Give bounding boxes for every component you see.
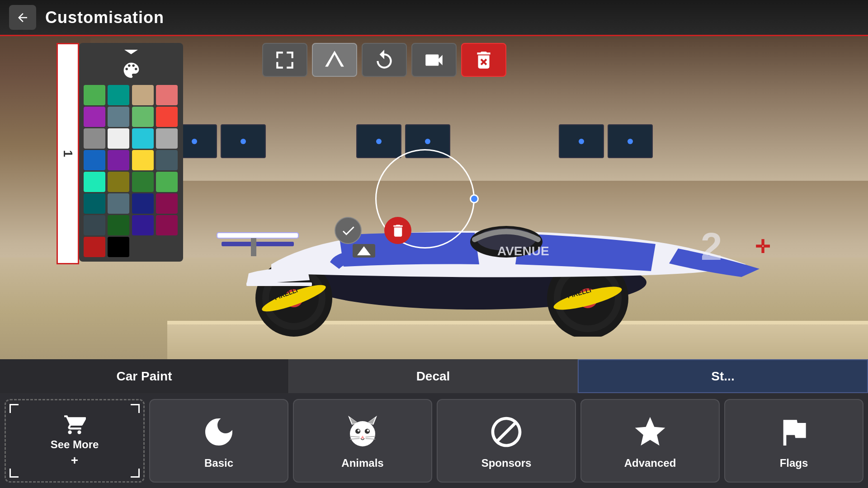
page-title: Customisation bbox=[45, 8, 164, 27]
palette-icon bbox=[84, 60, 179, 80]
svg-point-22 bbox=[350, 421, 375, 446]
triangles-button[interactable] bbox=[312, 43, 357, 77]
color-cell-22[interactable] bbox=[132, 193, 154, 214]
sponsors-label: Sponsors bbox=[481, 457, 532, 469]
color-cell-15[interactable] bbox=[156, 150, 178, 170]
svg-text:✛: ✛ bbox=[755, 237, 770, 257]
color-cell-25[interactable] bbox=[108, 215, 129, 235]
svg-rect-18 bbox=[246, 282, 312, 286]
color-cell-1[interactable] bbox=[108, 85, 129, 105]
move-up-button[interactable] bbox=[353, 244, 375, 258]
flag-icon bbox=[774, 412, 814, 452]
color-cell-9[interactable] bbox=[108, 128, 129, 149]
category-animals[interactable]: Animals bbox=[293, 399, 432, 483]
color-cell-12[interactable] bbox=[84, 150, 105, 170]
category-flags[interactable]: Flags bbox=[724, 399, 863, 483]
corner-tr bbox=[131, 404, 140, 413]
current-color-bar: 1 bbox=[57, 43, 79, 264]
color-cell-20[interactable] bbox=[84, 193, 105, 214]
corner-tl bbox=[9, 404, 19, 413]
category-see-more[interactable]: See More + bbox=[5, 399, 145, 483]
color-cell-14[interactable] bbox=[132, 150, 154, 170]
color-cell-7[interactable] bbox=[156, 107, 178, 127]
color-cell-6[interactable] bbox=[132, 107, 154, 127]
see-more-label: See More bbox=[51, 438, 99, 451]
color-cell-5[interactable] bbox=[108, 107, 129, 127]
color-cell-26[interactable] bbox=[132, 215, 154, 235]
color-cell-13[interactable] bbox=[108, 150, 129, 170]
color-cell-24[interactable] bbox=[84, 215, 105, 235]
flags-label: Flags bbox=[780, 457, 808, 469]
f1-car-svg: PIRELLI PIRELLI 2 ✛ bbox=[181, 165, 814, 337]
color-cell-16[interactable] bbox=[84, 172, 105, 192]
cart-icon bbox=[63, 413, 86, 436]
color-cell-11[interactable] bbox=[156, 128, 178, 149]
back-button[interactable] bbox=[9, 5, 36, 30]
category-sponsors[interactable]: Sponsors bbox=[437, 399, 576, 483]
color-cell-19[interactable] bbox=[156, 172, 178, 192]
color-cell-10[interactable] bbox=[132, 128, 154, 149]
category-basic[interactable]: Basic bbox=[149, 399, 288, 483]
toolbar bbox=[262, 43, 506, 77]
layer-number: 1 bbox=[61, 150, 75, 157]
palette-dropdown[interactable] bbox=[84, 47, 179, 56]
svg-rect-1 bbox=[217, 233, 298, 238]
camera-button[interactable] bbox=[411, 43, 457, 77]
color-cell-21[interactable] bbox=[108, 193, 129, 214]
color-cell-2[interactable] bbox=[132, 85, 154, 105]
corner-bl bbox=[9, 469, 19, 478]
color-cell-3[interactable] bbox=[156, 85, 178, 105]
basic-label: Basic bbox=[204, 457, 233, 469]
tab-bar: Car Paint Decal St... bbox=[0, 359, 868, 393]
corner-br bbox=[131, 469, 140, 478]
category-bar: See More + Basic bbox=[0, 393, 868, 488]
color-cell-8[interactable] bbox=[84, 128, 105, 149]
color-palette-panel bbox=[79, 43, 183, 262]
svg-rect-3 bbox=[251, 238, 256, 256]
star-icon bbox=[630, 412, 670, 452]
moon-icon bbox=[198, 412, 239, 452]
svg-rect-2 bbox=[222, 242, 294, 246]
svg-text:2: 2 bbox=[701, 225, 722, 268]
advanced-label: Advanced bbox=[624, 457, 676, 469]
tab-car-paint[interactable]: Car Paint bbox=[0, 359, 289, 393]
color-cell-29[interactable] bbox=[108, 237, 129, 257]
color-cell-0[interactable] bbox=[84, 85, 105, 105]
animal-icon bbox=[342, 412, 383, 452]
confirm-button[interactable] bbox=[335, 217, 362, 244]
color-cell-18[interactable] bbox=[132, 172, 154, 192]
reset-button[interactable] bbox=[362, 43, 407, 77]
car-area: PIRELLI PIRELLI 2 ✛ bbox=[158, 36, 868, 359]
svg-point-29 bbox=[358, 429, 360, 432]
plus-icon: + bbox=[71, 453, 78, 468]
resize-button[interactable] bbox=[262, 43, 307, 77]
tab-sticker[interactable]: St... bbox=[578, 359, 868, 393]
color-cell-17[interactable] bbox=[108, 172, 129, 192]
delete-button[interactable] bbox=[461, 43, 506, 77]
color-cell-4[interactable] bbox=[84, 107, 105, 127]
color-grid bbox=[84, 85, 179, 257]
category-advanced[interactable]: Advanced bbox=[580, 399, 720, 483]
svg-point-30 bbox=[367, 429, 369, 432]
selection-dot bbox=[470, 194, 479, 203]
header: Customisation bbox=[0, 0, 868, 36]
color-cell-23[interactable] bbox=[156, 193, 178, 214]
remove-decal-button[interactable] bbox=[384, 217, 411, 244]
animals-label: Animals bbox=[341, 457, 383, 469]
tab-decal[interactable]: Decal bbox=[289, 359, 578, 393]
color-cell-28[interactable] bbox=[84, 237, 105, 257]
see-more-content: See More + bbox=[51, 413, 99, 468]
color-cell-27[interactable] bbox=[156, 215, 178, 235]
ban-icon bbox=[486, 412, 527, 452]
svg-text:AVENUE: AVENUE bbox=[497, 244, 549, 258]
